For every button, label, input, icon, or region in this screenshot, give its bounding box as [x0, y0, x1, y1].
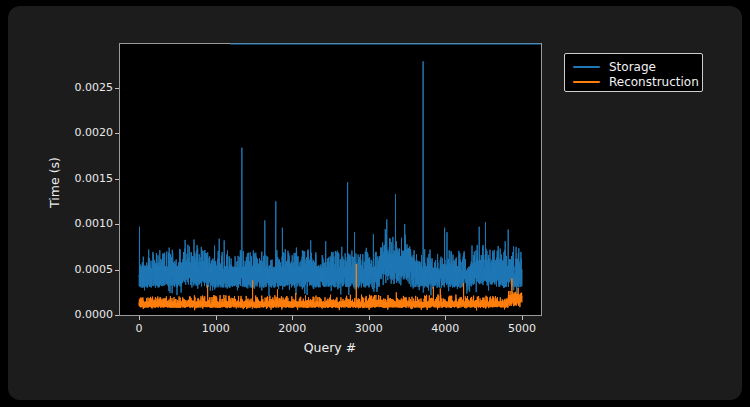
- x-tick-label: 5000: [492, 322, 552, 336]
- legend-label-reconstruction: Reconstruction: [609, 75, 699, 89]
- y-tick: [115, 315, 119, 316]
- storage-series-line: [139, 61, 522, 295]
- x-tick: [216, 316, 217, 320]
- screenshot-canvas: Time (s) Query # 0100020003000400050000.…: [0, 0, 750, 407]
- x-tick-label: 3000: [339, 322, 399, 336]
- plot-area: [119, 43, 542, 316]
- x-axis-label: Query #: [230, 340, 430, 355]
- y-tick-label: 0.0010: [33, 217, 113, 231]
- x-tick: [445, 316, 446, 320]
- y-tick: [115, 88, 119, 89]
- x-tick: [522, 316, 523, 320]
- x-tick: [369, 316, 370, 320]
- top-spine-highlight: [230, 43, 541, 45]
- y-tick-label: 0.0005: [33, 263, 113, 277]
- y-tick-label: 0.0015: [33, 172, 113, 186]
- legend-item-reconstruction: Reconstruction: [573, 75, 694, 89]
- legend: Storage Reconstruction: [564, 53, 703, 92]
- y-tick: [115, 133, 119, 134]
- x-tick-label: 4000: [415, 322, 475, 336]
- x-tick: [139, 316, 140, 320]
- y-tick: [115, 224, 119, 225]
- y-tick-label: 0.0025: [33, 81, 113, 95]
- x-tick-label: 1000: [186, 322, 246, 336]
- series-plot: [120, 44, 541, 315]
- y-tick: [115, 179, 119, 180]
- storage-line-swatch: [573, 66, 600, 68]
- y-tick-label: 0.0020: [33, 126, 113, 140]
- y-tick: [115, 270, 119, 271]
- legend-label-storage: Storage: [609, 60, 656, 74]
- x-tick-label: 2000: [262, 322, 322, 336]
- x-tick: [292, 316, 293, 320]
- x-tick-label: 0: [109, 322, 169, 336]
- reconstruction-line-swatch: [573, 81, 600, 83]
- legend-item-storage: Storage: [573, 60, 694, 74]
- y-tick-label: 0.0000: [33, 308, 113, 322]
